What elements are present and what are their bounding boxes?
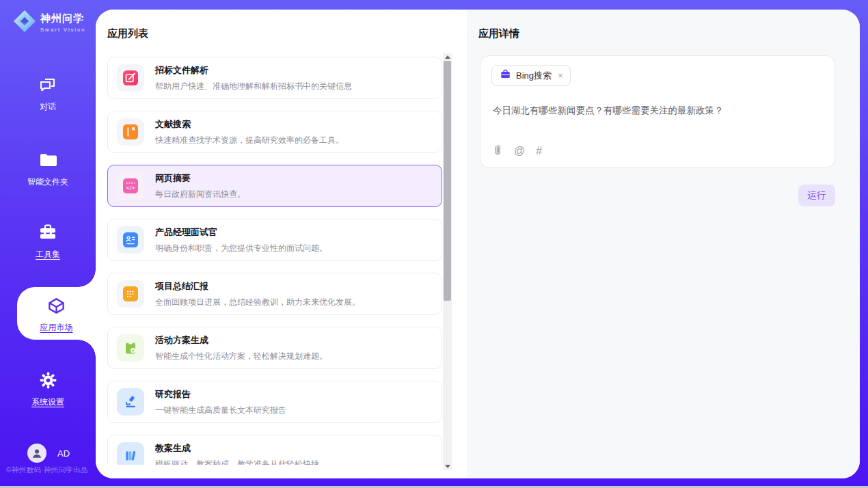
prompt-card: Bing搜索 × 今日湖北有哪些新闻要点？有哪些需要关注的最新政策？ @ #: [480, 55, 835, 168]
app-detail-title: 应用详情: [478, 27, 519, 40]
scrollbar-down-arrow-icon[interactable]: [443, 463, 452, 470]
brand-subtitle: Smart Vision: [40, 27, 85, 33]
content-area: 应用列表 招标文件解析 帮助用户快速、准确地: [96, 10, 860, 478]
sidebar-item-label: 工具集: [36, 249, 60, 260]
app-card-title: 文献搜索: [155, 118, 344, 131]
sidebar-footer: ©神州数码·神州问学出品: [6, 465, 95, 475]
prompt-text[interactable]: 今日湖北有哪些新闻要点？有哪些需要关注的最新政策？: [493, 104, 814, 118]
app-list-scrollbar[interactable]: [443, 53, 452, 470]
app-card-literature-search[interactable]: 文献搜索 快速精准查找学术资源，提高研究效率的必备工具。: [107, 111, 442, 153]
tool-tag-label: Bing搜索: [516, 70, 552, 82]
composer-toolbar: @ #: [492, 144, 542, 159]
avatar: [27, 444, 46, 463]
remove-tool-icon[interactable]: ×: [558, 70, 563, 81]
memo-icon: [117, 280, 144, 308]
scrollbar-up-arrow-icon[interactable]: [443, 53, 452, 61]
app-card-web-summary[interactable]: </> 网页摘要 每日政府新闻资讯快查。: [107, 165, 442, 207]
sidebar-item-label: 应用市场: [40, 322, 73, 334]
app-card-research-report[interactable]: 研究报告 一键智能生成高质量长文本研究报告: [107, 381, 442, 423]
gear-icon: [39, 371, 57, 392]
edit-document-icon: [117, 64, 144, 92]
brand-name: 神州问学: [40, 12, 85, 25]
folder-icon: [38, 150, 57, 172]
tool-tag-bing-search[interactable]: Bing搜索 ×: [491, 65, 571, 86]
chat-icon: [38, 75, 57, 97]
app-card-event-plan[interactable]: 活动方案生成 智能生成个性化活动方案，轻松解决规划难题。: [107, 327, 442, 369]
app-window: 神州问学 Smart Vision 对话 智能文件夹: [0, 0, 868, 488]
sidebar-item-label: 系统设置: [31, 396, 64, 408]
brand-logo: 神州问学 Smart Vision: [12, 9, 85, 36]
app-card-desc: 帮助用户快速、准确地理解和解析招标书中的关键信息: [155, 81, 352, 92]
clipboard-check-icon: [117, 334, 144, 362]
svg-text:</>: </>: [126, 185, 135, 191]
hash-icon[interactable]: #: [536, 145, 542, 157]
sidebar-item-label: 智能文件夹: [27, 176, 68, 188]
app-card-desc: 模板驱动，教案秒成，教学准备从此轻松快捷: [155, 459, 319, 465]
sidebar-item-app-market[interactable]: 应用市场: [17, 297, 96, 334]
app-list-title: 应用列表: [107, 27, 148, 40]
user-profile[interactable]: AD: [27, 444, 70, 463]
toolbox-icon: [38, 223, 57, 245]
at-icon[interactable]: @: [514, 145, 525, 157]
sidebar-item-chat[interactable]: 对话: [0, 75, 96, 113]
app-card-title: 招标文件解析: [155, 64, 352, 77]
run-button[interactable]: 运行: [798, 185, 835, 206]
app-card-pm-interviewer[interactable]: 产品经理面试官 明确身份和职责，为您提供专业性的面试问题。: [107, 219, 442, 261]
paperclip-icon[interactable]: [492, 144, 503, 159]
book-icon: [117, 118, 144, 146]
app-card-title: 项目总结汇报: [155, 280, 360, 293]
app-card-desc: 智能生成个性化活动方案，轻松解决规划难题。: [155, 351, 327, 362]
app-card-desc: 每日政府新闻资讯快查。: [155, 189, 245, 200]
sidebar-item-label: 对话: [40, 101, 56, 113]
sidebar-item-smart-folder[interactable]: 智能文件夹: [0, 150, 96, 188]
microscope-icon: [117, 388, 144, 416]
app-card-title: 产品经理面试官: [155, 226, 327, 239]
app-card-title: 教案生成: [155, 442, 319, 455]
user-name: AD: [57, 448, 70, 459]
briefcase-icon: [500, 68, 511, 83]
cube-icon: [47, 297, 66, 318]
browser-code-icon: </>: [117, 172, 144, 200]
sidebar-item-toolset[interactable]: 工具集: [0, 223, 96, 260]
app-card-desc: 快速精准查找学术资源，提高研究效率的必备工具。: [155, 135, 344, 146]
app-card-lesson-plan[interactable]: 教案生成 模板驱动，教案秒成，教学准备从此轻松快捷: [107, 435, 442, 465]
interview-document-icon: [117, 226, 144, 254]
app-card-desc: 一键智能生成高质量长文本研究报告: [155, 405, 286, 416]
app-card-title: 研究报告: [155, 388, 286, 401]
app-card-title: 活动方案生成: [155, 334, 327, 347]
app-list: 招标文件解析 帮助用户快速、准确地理解和解析招标书中的关键信息 文献搜索: [107, 57, 442, 465]
app-card-title: 网页摘要: [155, 172, 245, 185]
app-card-project-summary[interactable]: 项目总结汇报 全面回顾项目进展，总结经验教训，助力未来优化发展。: [107, 273, 442, 315]
app-list-panel: 应用列表 招标文件解析 帮助用户快速、准确地: [96, 10, 467, 478]
app-detail-panel: 应用详情 Bing搜索 × 今日湖北有哪些新闻要点？有哪些需要关注的最新政策？: [467, 10, 860, 478]
app-card-bid-analysis[interactable]: 招标文件解析 帮助用户快速、准确地理解和解析招标书中的关键信息: [107, 57, 442, 99]
sidebar-item-settings[interactable]: 系统设置: [0, 371, 96, 408]
sidebar-active-notch: 应用市场: [17, 287, 96, 340]
app-card-desc: 明确身份和职责，为您提供专业性的面试问题。: [155, 243, 327, 254]
app-card-desc: 全面回顾项目进展，总结经验教训，助力未来优化发展。: [155, 297, 360, 308]
books-icon: [117, 442, 144, 465]
sidebar: 神州问学 Smart Vision 对话 智能文件夹: [0, 0, 96, 488]
scrollbar-thumb[interactable]: [444, 61, 451, 301]
brand-diamond-icon: [12, 9, 37, 36]
